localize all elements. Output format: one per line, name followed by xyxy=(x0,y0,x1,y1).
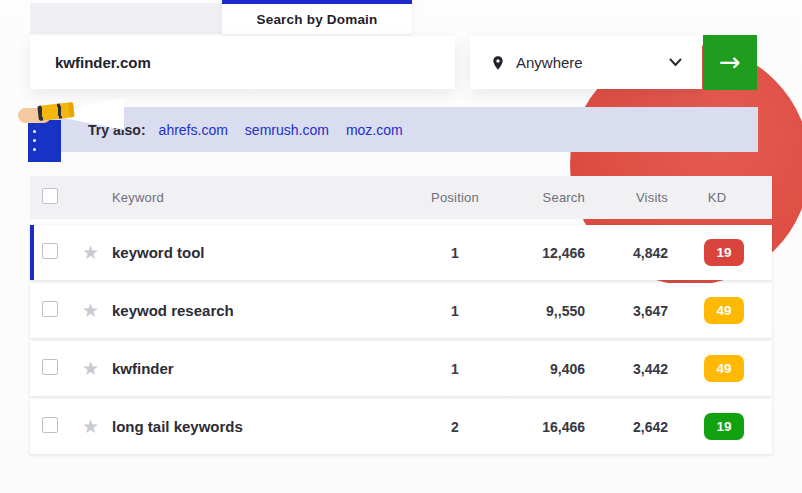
location-selected-value: Anywhere xyxy=(516,54,669,71)
domain-search-input[interactable] xyxy=(30,36,455,89)
arm-dot xyxy=(33,139,36,142)
row-checkbox[interactable] xyxy=(42,243,58,259)
keyword-cell: long tail keywords xyxy=(112,418,410,435)
illustration-arm xyxy=(28,120,61,162)
select-all-checkbox[interactable] xyxy=(42,188,58,204)
table-row[interactable]: ★ long tail keywords 2 16,466 2,642 19 xyxy=(30,399,772,454)
search-volume-cell: 12,466 xyxy=(500,245,600,261)
header-kd[interactable]: KD xyxy=(688,190,760,205)
suggestion-bar: Try also: ahrefs.com semrush.com moz.com xyxy=(37,107,758,152)
arm-dot xyxy=(33,148,36,151)
star-icon[interactable]: ★ xyxy=(82,416,99,437)
kd-badge: 19 xyxy=(704,239,744,266)
keyword-cell: kwfinder xyxy=(112,360,410,377)
table-header-row: Keyword Position Search Visits KD xyxy=(30,176,772,219)
flashlight-beam xyxy=(66,98,124,130)
row-checkbox[interactable] xyxy=(42,301,58,317)
table-row[interactable]: ★ keywod research 1 9,,550 3,647 49 xyxy=(30,283,772,338)
keyword-results-table: Keyword Position Search Visits KD ★ keyw… xyxy=(30,176,772,457)
position-cell: 1 xyxy=(410,245,500,261)
suggestion-link-semrush[interactable]: semrush.com xyxy=(245,122,329,138)
header-position[interactable]: Position xyxy=(410,190,500,205)
kd-badge: 49 xyxy=(704,297,744,324)
star-icon[interactable]: ★ xyxy=(82,358,99,379)
position-cell: 2 xyxy=(410,419,500,435)
suggestion-link-moz[interactable]: moz.com xyxy=(346,122,403,138)
visits-cell: 3,647 xyxy=(600,303,688,319)
location-dropdown[interactable]: Anywhere xyxy=(470,36,702,89)
location-pin-icon xyxy=(490,53,506,73)
visits-cell: 4,842 xyxy=(600,245,688,261)
kd-badge: 49 xyxy=(704,355,744,382)
keyword-cell: keywod research xyxy=(112,302,410,319)
header-search[interactable]: Search xyxy=(500,190,600,205)
table-row[interactable]: ★ keyword tool 1 12,466 4,842 19 xyxy=(30,225,772,280)
header-keyword[interactable]: Keyword xyxy=(112,190,410,205)
tab-search-by-keyword[interactable] xyxy=(30,3,222,34)
search-volume-cell: 9,,550 xyxy=(500,303,600,319)
position-cell: 1 xyxy=(410,361,500,377)
row-checkbox[interactable] xyxy=(42,359,58,375)
tab-search-by-domain[interactable]: Search by Domain xyxy=(222,0,412,34)
position-cell: 1 xyxy=(410,303,500,319)
search-volume-cell: 16,466 xyxy=(500,419,600,435)
table-row[interactable]: ★ kwfinder 1 9,406 3,442 49 xyxy=(30,341,772,396)
keyword-cell: keyword tool xyxy=(112,244,410,261)
header-visits[interactable]: Visits xyxy=(600,190,688,205)
kwfinder-app: Search by Domain Anywhere → Try also: ah… xyxy=(0,0,802,493)
flashlight-illustration xyxy=(14,96,128,162)
visits-cell: 3,442 xyxy=(600,361,688,377)
star-icon[interactable]: ★ xyxy=(82,242,99,263)
chevron-down-icon xyxy=(669,58,682,67)
row-checkbox[interactable] xyxy=(42,417,58,433)
visits-cell: 2,642 xyxy=(600,419,688,435)
search-submit-button[interactable]: → xyxy=(703,35,757,90)
arm-dot xyxy=(33,130,36,133)
search-volume-cell: 9,406 xyxy=(500,361,600,377)
table-body: ★ keyword tool 1 12,466 4,842 19 ★ keywo… xyxy=(30,225,772,454)
star-icon[interactable]: ★ xyxy=(82,300,99,321)
domain-search-card xyxy=(30,36,455,89)
suggestion-link-ahrefs[interactable]: ahrefs.com xyxy=(159,122,228,138)
kd-badge: 19 xyxy=(704,413,744,440)
